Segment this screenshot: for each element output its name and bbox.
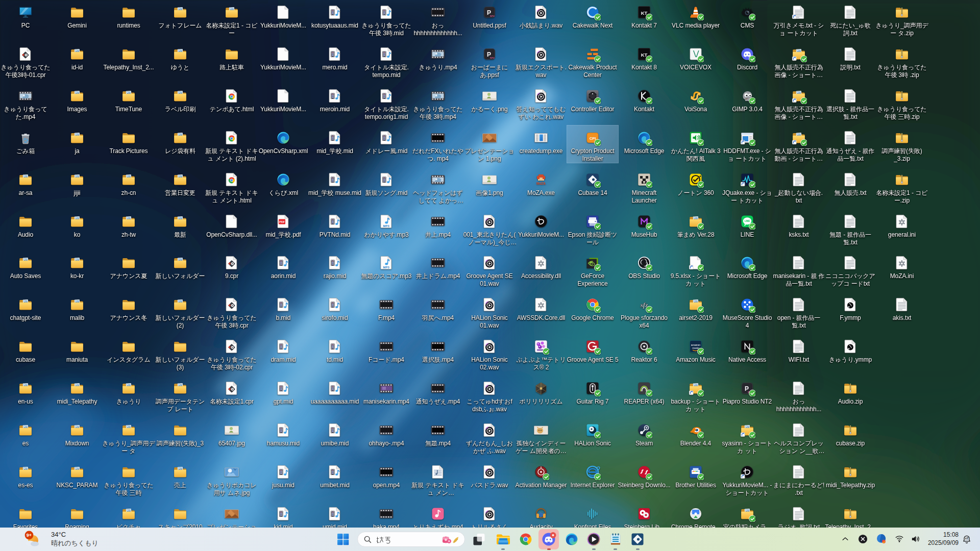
svg-text:zZ: zZ <box>965 537 969 540</box>
svg-text:9+: 9+ <box>27 533 32 538</box>
